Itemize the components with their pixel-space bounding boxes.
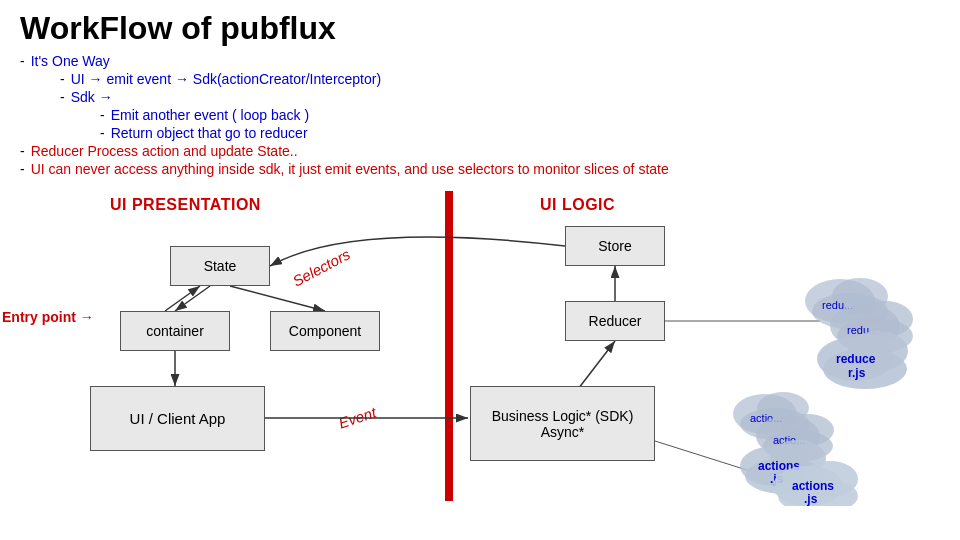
event-label: Event [336, 403, 378, 431]
container-box: container [120, 311, 230, 351]
bullet-2: - UI → emit event → Sdk(actionCreator/In… [20, 71, 940, 87]
svg-text:r.js: r.js [848, 366, 866, 380]
reduce-clouds-svg: redu... redu... reduce r.js [790, 271, 945, 391]
dash: - [60, 71, 65, 87]
bullets-section: - It's One Way - UI → emit event → Sdk(a… [0, 47, 960, 183]
dash: - [100, 125, 105, 141]
bullet-6: - Reducer Process action and update Stat… [20, 143, 940, 159]
bullet-4-text: Emit another event ( loop back ) [111, 107, 309, 123]
component-box: Component [270, 311, 380, 351]
bullet-4: - Emit another event ( loop back ) [20, 107, 940, 123]
dash: - [20, 53, 25, 69]
bullet-1: - It's One Way [20, 53, 940, 69]
ui-logic-label: UI LOGIC [540, 196, 615, 214]
svg-text:actions: actions [792, 479, 834, 493]
bullet-7-text: UI can never access anything inside sdk,… [31, 161, 669, 177]
bullet-1-text: It's One Way [31, 53, 110, 69]
reducer-box: Reducer [565, 301, 665, 341]
page-title: WorkFlow of pubflux [0, 0, 960, 47]
ui-presentation-label: UI PRESENTATION [110, 196, 261, 214]
state-box: State [170, 246, 270, 286]
store-box: Store [565, 226, 665, 266]
svg-line-3 [230, 286, 325, 311]
bullet-5: - Return object that go to reducer [20, 125, 940, 141]
selectors-label: Selectors [290, 245, 353, 289]
business-logic-box: Business Logic* (SDK) Async* [470, 386, 655, 461]
bullet-7: - UI can never access anything inside sd… [20, 161, 940, 177]
red-divider [445, 191, 453, 501]
svg-text:.js: .js [804, 492, 818, 506]
dash: - [20, 161, 25, 177]
bullet-5-text: Return object that go to reducer [111, 125, 308, 141]
dash: - [100, 107, 105, 123]
bullet-3-text: Sdk → [71, 89, 113, 105]
svg-line-2 [175, 286, 210, 311]
bullet-3: - Sdk → [20, 89, 940, 105]
dash: - [20, 143, 25, 159]
diagram-area: UI PRESENTATION UI LOGIC Entry point → S… [0, 191, 960, 501]
bullet-2-text: UI → emit event → Sdk(actionCreator/Inte… [71, 71, 381, 87]
actions-clouds-svg: actio... actio... actions .js actions .j… [720, 386, 885, 506]
bullet-6-text: Reducer Process action and update State.… [31, 143, 298, 159]
dash: - [60, 89, 65, 105]
entry-point-label: Entry point → [2, 309, 94, 325]
svg-text:reduce: reduce [836, 352, 876, 366]
ui-client-box: UI / Client App [90, 386, 265, 451]
svg-line-4 [165, 286, 200, 311]
